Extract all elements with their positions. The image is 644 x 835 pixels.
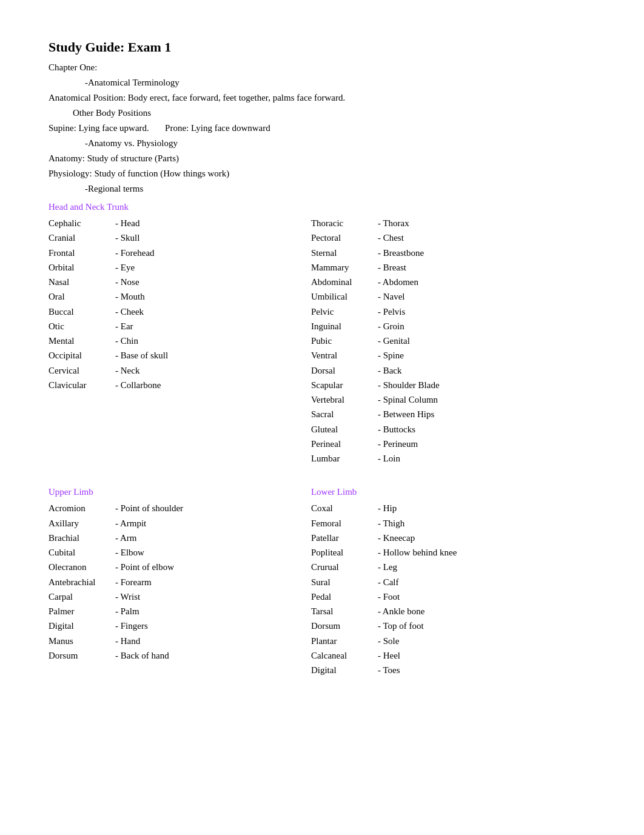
term-row: Palmer- Palm bbox=[49, 605, 311, 619]
term-row: Mental- Chin bbox=[49, 334, 311, 348]
term-row: Digital- Fingers bbox=[49, 619, 311, 633]
term-label: Pelvic bbox=[311, 305, 378, 319]
term-row: Antebrachial- Forearm bbox=[49, 575, 311, 589]
term-meaning: - Leg bbox=[378, 560, 397, 574]
term-meaning: - Point of elbow bbox=[115, 560, 174, 574]
term-row: Occipital- Base of skull bbox=[49, 349, 311, 363]
upper-limb-col: Upper Limb Acromion- Point of shoulderAx… bbox=[49, 485, 311, 678]
term-meaning: - Toes bbox=[378, 663, 400, 677]
head-neck-columns: Cephalic- HeadCranial- SkullFrontal- For… bbox=[49, 216, 595, 466]
term-row: Coxal- Hip bbox=[311, 501, 595, 515]
term-row: Calcaneal- Heel bbox=[311, 649, 595, 663]
term-meaning: - Nose bbox=[115, 275, 139, 289]
term-row: Orbital- Eye bbox=[49, 261, 311, 275]
term-label: Palmer bbox=[49, 605, 115, 619]
term-label: Brachial bbox=[49, 531, 115, 545]
term-meaning: - Chin bbox=[115, 334, 138, 348]
term-label: Plantar bbox=[311, 634, 378, 648]
term-label: Gluteal bbox=[311, 423, 378, 437]
term-label: Mental bbox=[49, 334, 115, 348]
term-meaning: - Ear bbox=[115, 320, 133, 334]
term-row: Dorsum- Back of hand bbox=[49, 649, 311, 663]
term-meaning: - Point of shoulder bbox=[115, 501, 183, 515]
term-meaning: - Top of foot bbox=[378, 619, 424, 633]
term-row: Pelvic- Pelvis bbox=[311, 305, 595, 319]
term-meaning: - Hand bbox=[115, 634, 140, 648]
term-row: Cubital- Elbow bbox=[49, 546, 311, 560]
term-label: Sural bbox=[311, 575, 378, 589]
term-label: Dorsum bbox=[49, 649, 115, 663]
term-meaning: - Heel bbox=[378, 649, 400, 663]
term-meaning: - Navel bbox=[378, 290, 405, 304]
term-row: Tarsal- Ankle bone bbox=[311, 605, 595, 619]
term-meaning: - Head bbox=[115, 216, 139, 230]
term-meaning: - Kneecap bbox=[378, 531, 415, 545]
term-row: Plantar- Sole bbox=[311, 634, 595, 648]
sub1-label: -Anatomical Terminology bbox=[85, 75, 595, 90]
term-label: Dorsum bbox=[311, 619, 378, 633]
term-label: Frontal bbox=[49, 246, 115, 260]
term-row: Crurual- Leg bbox=[311, 560, 595, 574]
term-meaning: - Back of hand bbox=[115, 649, 169, 663]
head-neck-right-col: Thoracic- ThoraxPectoral- ChestSternal- … bbox=[311, 216, 595, 466]
term-row: Gluteal- Buttocks bbox=[311, 423, 595, 437]
term-row: Digital- Toes bbox=[311, 663, 595, 677]
term-label: Dorsal bbox=[311, 364, 378, 378]
term-label: Thoracic bbox=[311, 216, 378, 230]
term-label: Cervical bbox=[49, 364, 115, 378]
term-label: Digital bbox=[49, 619, 115, 633]
term-row: Otic- Ear bbox=[49, 320, 311, 334]
physiology-def: Physiology: Study of function (How thing… bbox=[49, 166, 595, 181]
term-row: Pectoral- Chest bbox=[311, 231, 595, 245]
term-label: Cephalic bbox=[49, 216, 115, 230]
term-label: Cranial bbox=[49, 231, 115, 245]
term-label: Patellar bbox=[311, 531, 378, 545]
term-row: Inguinal- Groin bbox=[311, 320, 595, 334]
term-meaning: - Eye bbox=[115, 261, 135, 275]
term-meaning: - Collarbone bbox=[115, 378, 161, 392]
term-label: Axillary bbox=[49, 517, 115, 531]
lower-limb-col: Lower Limb Coxal- HipFemoral- ThighPatel… bbox=[311, 485, 595, 678]
term-meaning: - Buttocks bbox=[378, 423, 415, 437]
term-label: Pedal bbox=[311, 590, 378, 604]
term-label: Pubic bbox=[311, 334, 378, 348]
limb-section: Upper Limb Acromion- Point of shoulderAx… bbox=[49, 485, 595, 678]
term-row: Ventral- Spine bbox=[311, 349, 595, 363]
anat-vs-phys: -Anatomy vs. Physiology bbox=[85, 136, 595, 150]
term-meaning: - Mouth bbox=[115, 290, 145, 304]
term-meaning: - Palm bbox=[115, 605, 139, 619]
term-row: Vertebral- Spinal Column bbox=[311, 393, 595, 407]
term-label: Acromion bbox=[49, 501, 115, 515]
term-meaning: - Breast bbox=[378, 261, 406, 275]
term-label: Otic bbox=[49, 320, 115, 334]
term-row: Sacral- Between Hips bbox=[311, 407, 595, 421]
term-label: Crurual bbox=[311, 560, 378, 574]
term-label: Ventral bbox=[311, 349, 378, 363]
term-label: Orbital bbox=[49, 261, 115, 275]
term-meaning: - Thorax bbox=[378, 216, 409, 230]
term-label: Olecranon bbox=[49, 560, 115, 574]
term-row: Olecranon- Point of elbow bbox=[49, 560, 311, 574]
term-meaning: - Armpit bbox=[115, 517, 146, 531]
term-row: Manus- Hand bbox=[49, 634, 311, 648]
term-meaning: - Wrist bbox=[115, 590, 140, 604]
term-row: Abdominal- Abdomen bbox=[311, 275, 595, 289]
term-row: Perineal- Perineum bbox=[311, 437, 595, 451]
other-positions: Other Body Positions bbox=[73, 106, 595, 120]
term-label: Calcaneal bbox=[311, 649, 378, 663]
term-meaning: - Calf bbox=[378, 575, 399, 589]
term-row: Scapular- Shoulder Blade bbox=[311, 378, 595, 392]
term-meaning: - Hip bbox=[378, 501, 397, 515]
term-label: Inguinal bbox=[311, 320, 378, 334]
upper-limb-heading: Upper Limb bbox=[49, 485, 311, 499]
term-meaning: - Hollow behind knee bbox=[378, 546, 457, 560]
term-row: Dorsal- Back bbox=[311, 364, 595, 378]
term-meaning: - Loin bbox=[378, 452, 400, 466]
term-label: Digital bbox=[311, 663, 378, 677]
term-row: Cephalic- Head bbox=[49, 216, 311, 230]
term-label: Occipital bbox=[49, 349, 115, 363]
term-label: Popliteal bbox=[311, 546, 378, 560]
term-meaning: - Between Hips bbox=[378, 407, 434, 421]
anatomical-position: Anatomical Position: Body erect, face fo… bbox=[49, 90, 595, 105]
term-meaning: - Chest bbox=[378, 231, 404, 245]
